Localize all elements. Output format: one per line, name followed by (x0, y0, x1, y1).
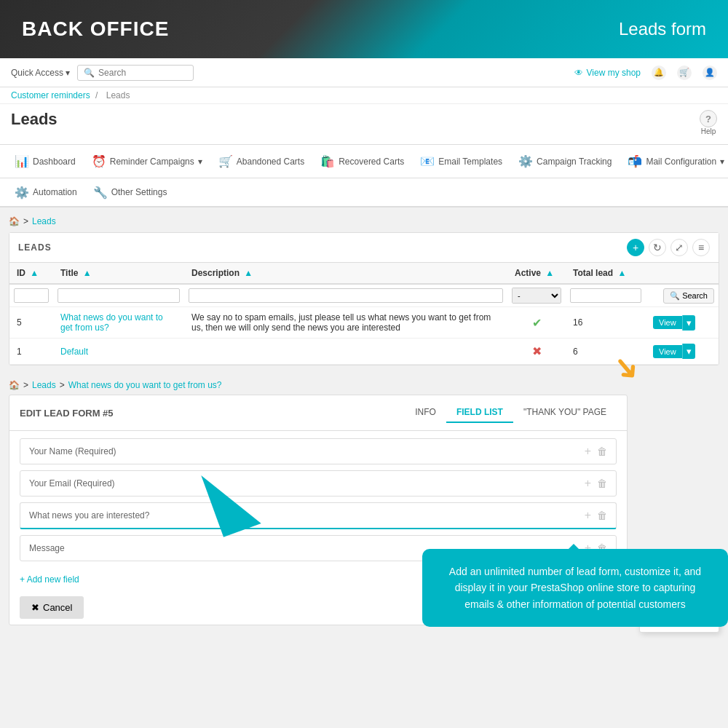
lower-home-icon[interactable]: 🏠 (9, 380, 20, 390)
edit-panel-header: EDIT LEAD FORM #5 INFO FIELD LIST "THANK… (9, 395, 627, 431)
field-1-trash[interactable]: 🗑 (597, 446, 607, 457)
row1-total-lead: 16 (566, 307, 646, 339)
filter-total-lead-input[interactable] (570, 288, 641, 303)
notifications-btn[interactable]: 🔔 (652, 66, 666, 80)
edit-panel-title: EDIT LEAD FORM #5 (20, 408, 114, 419)
abandoned-carts-icon: 🛒 (218, 154, 233, 168)
table-row: 5 What news do you want to get from us? … (9, 307, 719, 339)
row2-view-group: View ▾ (653, 344, 711, 359)
top-bar: Quick Access ▾ 🔍 👁 View my shop 🔔 🛒 👤 (0, 58, 728, 87)
dashboard-icon: 📊 (15, 154, 29, 168)
add-btn[interactable]: + (627, 239, 644, 256)
top-bar-right: 👁 View my shop 🔔 🛒 👤 (574, 66, 717, 80)
columns-btn[interactable]: ≡ (692, 239, 710, 256)
search-box: 🔍 (77, 65, 194, 81)
help-button[interactable]: ? Help (700, 110, 717, 135)
eye-icon: 👁 (574, 68, 583, 78)
field-3-trash[interactable]: 🗑 (597, 510, 607, 521)
field-row-2: + 🗑 (20, 470, 617, 496)
page-title-bar: Leads ? Help (0, 104, 728, 145)
recovered-carts-icon: 🛍️ (320, 154, 335, 168)
field-row-3: + 🗑 (20, 502, 617, 529)
field-2-plus[interactable]: + (585, 477, 591, 490)
row1-view-dropdown[interactable]: ▾ (682, 315, 695, 331)
panel-header: LEADS + ↻ ⤢ ≡ (9, 233, 719, 263)
export-btn[interactable]: ⤢ (670, 239, 688, 256)
nav-menu: 📊 Dashboard ⏰ Reminder Campaigns ▾ 🛒 Aba… (0, 145, 728, 178)
mail-config-icon: 📬 (628, 154, 642, 168)
col-active: Active ▲ (507, 263, 566, 284)
refresh-btn[interactable]: ↻ (649, 239, 666, 256)
cancel-icon: ✖ (31, 602, 39, 613)
row1-view-btn[interactable]: View (653, 316, 682, 329)
leads-panel: LEADS + ↻ ⤢ ≡ ID ▲ Title ▲ Description ▲… (9, 232, 719, 365)
inner-breadcrumb-leads[interactable]: Leads (32, 216, 56, 226)
email-templates-icon: 📧 (420, 154, 435, 168)
user-btn[interactable]: 👤 (703, 66, 717, 80)
tab-thank-you[interactable]: "THANK YOU" PAGE (513, 403, 617, 423)
row1-description: We say no to spam emails, just please te… (184, 307, 507, 339)
panel-title: LEADS (18, 242, 52, 253)
field-input-1[interactable] (29, 446, 550, 456)
field-1-plus[interactable]: + (585, 445, 591, 458)
top-header: BACK OFFICE Leads form (0, 0, 728, 58)
nav-item-reminder-campaigns[interactable]: ⏰ Reminder Campaigns ▾ (84, 150, 210, 173)
nav-item-dashboard[interactable]: 📊 Dashboard (7, 150, 83, 173)
quick-access-btn[interactable]: Quick Access ▾ (11, 68, 70, 78)
row1-active-check: ✔ (532, 317, 542, 329)
search-icon: 🔍 (84, 68, 95, 78)
field-2-trash[interactable]: 🗑 (597, 478, 607, 489)
nav-item-abandoned-carts[interactable]: 🛒 Abandoned Carts (211, 150, 312, 173)
top-bar-left: Quick Access ▾ 🔍 (11, 65, 194, 81)
leads-form-title: Leads form (619, 19, 706, 39)
filter-id-input[interactable] (14, 288, 49, 303)
tooltip-bubble: Add an unlimited number of lead form, cu… (422, 549, 728, 627)
tab-info[interactable]: INFO (405, 403, 446, 423)
col-id: ID ▲ (9, 263, 53, 284)
lower-what-news-link[interactable]: What news do you want to get from us? (68, 380, 222, 390)
breadcrumb: Customer reminders / Leads (0, 87, 728, 104)
settings-icon: 🔧 (93, 186, 108, 199)
col-total-lead: Total lead ▲ (566, 263, 646, 284)
view-shop-link[interactable]: 👁 View my shop (574, 68, 641, 78)
nav-item-automation[interactable]: ⚙️ Automation (7, 181, 84, 204)
campaign-tracking-icon: ⚙️ (518, 154, 533, 168)
filter-active-select[interactable]: - Yes No (513, 288, 561, 303)
lower-leads-link[interactable]: Leads (32, 380, 56, 390)
automation-icon: ⚙️ (15, 186, 29, 199)
nav-item-campaign-tracking[interactable]: ⚙️ Campaign Tracking (511, 150, 619, 173)
cancel-button[interactable]: ✖ Cancel (20, 596, 84, 619)
cart-btn[interactable]: 🛒 (677, 66, 692, 80)
field-3-plus[interactable]: + (585, 509, 591, 522)
search-button[interactable]: 🔍 Search (663, 288, 714, 304)
tab-field-list[interactable]: FIELD LIST (446, 403, 513, 423)
row2-description (184, 339, 507, 365)
row1-id: 5 (9, 307, 53, 339)
field-input-3[interactable] (29, 510, 550, 521)
field-row-1: + 🗑 (20, 438, 617, 464)
row2-id: 1 (9, 339, 53, 365)
filter-row: - Yes No 🔍 Search (9, 284, 719, 307)
nav-item-email-templates[interactable]: 📧 Email Templates (413, 150, 510, 173)
breadcrumb-customer-reminders[interactable]: Customer reminders (11, 90, 90, 100)
filter-title-input[interactable] (58, 288, 180, 303)
filter-description-input[interactable] (189, 288, 503, 303)
col-title: Title ▲ (53, 263, 184, 284)
search-input[interactable] (98, 68, 193, 78)
panel-actions: + ↻ ⤢ ≡ (627, 239, 710, 256)
nav-item-other-settings[interactable]: 🔧 Other Settings (86, 181, 175, 204)
row1-view-group: View ▾ (653, 315, 711, 331)
leads-table: ID ▲ Title ▲ Description ▲ Active ▲ Tota… (9, 263, 719, 365)
home-icon[interactable]: 🏠 (9, 216, 20, 226)
reminder-icon: ⏰ (92, 154, 106, 168)
nav-item-recovered-carts[interactable]: 🛍️ Recovered Carts (313, 150, 411, 173)
main-content: 🏠 > Leads LEADS + ↻ ⤢ ≡ ID ▲ Title ▲ Des… (0, 207, 728, 374)
row2-title-link[interactable]: Default (60, 347, 88, 357)
row1-title-link[interactable]: What news do you want to get from us? (60, 312, 163, 333)
table-row: 1 Default ✖ 6 View ▾ (9, 339, 719, 365)
field-input-2[interactable] (29, 478, 550, 488)
nav-item-mail-configuration[interactable]: 📬 Mail Configuration ▾ (620, 150, 728, 173)
edit-tabs: INFO FIELD LIST "THANK YOU" PAGE (405, 403, 617, 423)
row2-view-dropdown[interactable]: ▾ (682, 344, 695, 359)
row2-view-btn[interactable]: View (653, 345, 682, 358)
